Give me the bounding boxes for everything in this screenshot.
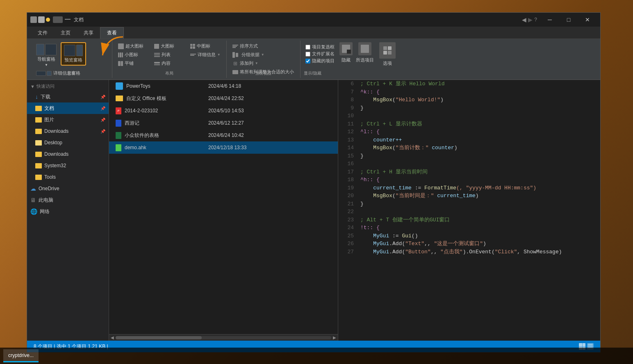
select-items-label: 所选项目: [356, 57, 374, 63]
file-item-xiyouji[interactable]: 西游记 2024/6/12 12:27: [109, 117, 338, 129]
quick-access-header[interactable]: ▼ 快速访问: [27, 82, 109, 91]
layout-group-label: 布局: [165, 71, 173, 76]
options-button-group[interactable]: 选项: [377, 42, 398, 66]
scrollbar-track[interactable]: [116, 336, 331, 339]
item-checkbox-option[interactable]: 项目复选框: [305, 44, 335, 50]
minimize-button[interactable]: ─: [540, 13, 559, 27]
window-icon-menu: [53, 16, 63, 23]
ribbon-group-current-view: 排序方式 分组依据 ▼ ⊞ 添加列 ▼ 将所有列调整为: [227, 41, 301, 78]
sidebar-item-downloads-pin[interactable]: ↓ 下载 📌: [27, 91, 109, 102]
file-item-pdf[interactable]: P 2014-2-023102 2024/5/10 14:53: [109, 105, 338, 117]
sidebar-item-system32[interactable]: System32: [27, 160, 109, 171]
sidebar-item-tools[interactable]: Tools: [27, 171, 109, 183]
preview-pane-label: 预览窗格: [64, 57, 82, 63]
downloads1-pin-icon: 📌: [100, 129, 105, 134]
sidebar-item-documents[interactable]: 文档 📌: [27, 102, 109, 114]
sidebar-item-pictures[interactable]: 图片 📌: [27, 114, 109, 125]
hide-icon: [339, 42, 353, 55]
powertoys-icon: [116, 82, 123, 90]
taskbar-item-cryptdrive[interactable]: cryptdrive...: [3, 349, 39, 362]
pdf-date: 2024/5/10 14:53: [208, 108, 290, 114]
item-checkbox-input[interactable]: [305, 45, 310, 50]
ahk-name: demo.ahk: [125, 145, 146, 150]
sort-button[interactable]: 排序方式: [230, 42, 297, 50]
title-bar: 文档 ◀ ▶ ? ─ □ ✕: [27, 13, 600, 27]
group-by-button[interactable]: 分组依据 ▼: [230, 51, 297, 59]
scroll-left-button[interactable]: ◀: [111, 335, 114, 340]
sidebar-thispc-label: 此电脑: [39, 197, 53, 204]
maximize-button[interactable]: □: [559, 13, 578, 27]
forward-nav-icon[interactable]: ▶: [528, 16, 533, 23]
ribbon-group-layout: 超大图标 大图标 中图标 小图标: [112, 41, 227, 78]
help-icon[interactable]: ?: [534, 17, 537, 23]
file-list: PowerToys 2024/4/6 14:18 自定义 Office 模板 2…: [109, 80, 338, 334]
sidebar-onedrive-label: OneDrive: [39, 186, 59, 191]
current-view-group-label: 当前视图: [255, 71, 271, 76]
code-line-6: 6 ; Ctrl + K 显示 Hello World: [338, 80, 600, 88]
downloads-pin-icon: ↓: [35, 93, 38, 100]
ribbon-group-show-hide: 项目复选框 文件扩展名 隐藏的项目 隐藏: [301, 41, 415, 78]
layout-list-button[interactable]: 列表: [152, 51, 187, 59]
code-line-11: 11 ; Ctrl + L 显示计数器: [338, 120, 600, 128]
hidden-items-input[interactable]: [305, 59, 310, 64]
documents-folder-icon: [35, 106, 42, 111]
code-line-19: 19 current_time := FormatTime(, "yyyy-MM…: [338, 184, 600, 192]
tools-folder-icon: [35, 175, 42, 180]
window-controls: ◀ ▶ ? ─ □ ✕: [522, 13, 597, 27]
close-button[interactable]: ✕: [578, 13, 597, 27]
quick-access-arrow: ▼: [30, 84, 35, 89]
code-line-20: 20 MsgBox("当前时间是：" current_time): [338, 192, 600, 200]
item-checkbox-label: 项目复选框: [312, 44, 335, 50]
code-line-18: 18 ^h:: {: [338, 176, 600, 184]
layout-xlarge-icon-button[interactable]: 超大图标: [116, 42, 151, 50]
file-item-powertoys[interactable]: PowerToys 2024/4/6 14:18: [109, 80, 338, 92]
sidebar-item-desktop[interactable]: Desktop: [27, 137, 109, 148]
sidebar-item-downloads1[interactable]: Downloads 📌: [27, 125, 109, 137]
options-label: 选项: [383, 60, 392, 66]
preview-pane-button[interactable]: 预览窗格: [61, 42, 86, 66]
excel-icon: [116, 132, 121, 139]
tab-view[interactable]: 查看: [100, 27, 124, 39]
code-line-25: 25 MyGui := Gui(): [338, 232, 600, 240]
file-item-office-templates[interactable]: 自定义 Office 模板 2024/4/24 22:52: [109, 92, 338, 105]
layout-large-icon-button[interactable]: 大图标: [152, 42, 187, 50]
sidebar-item-thispc[interactable]: 🖥 此电脑: [27, 194, 109, 206]
hide-button-group: 隐藏: [339, 42, 353, 63]
nav-pane-arrow: ▼: [45, 63, 48, 67]
sidebar-item-onedrive[interactable]: ☁ OneDrive: [27, 183, 109, 194]
scroll-right-button[interactable]: ▶: [333, 335, 336, 340]
sidebar-desktop-label: Desktop: [44, 140, 62, 146]
layout-medium-icon-button[interactable]: 中图标: [188, 42, 223, 50]
ribbon-toolbar: 导航窗格 ▼ 预览窗格 详细信息窗格: [27, 39, 600, 80]
powertoys-name: PowerToys: [126, 83, 150, 89]
sidebar-item-network[interactable]: 🌐 网络: [27, 206, 109, 217]
tab-home[interactable]: 主页: [54, 27, 77, 39]
layout-tile-button[interactable]: 平铺: [116, 59, 151, 67]
horizontal-scrollbar[interactable]: ◀ ▶: [109, 334, 338, 341]
office-templates-folder-icon: [116, 96, 123, 101]
window-icon-save: [38, 16, 45, 23]
panes-group-label: 窗格: [67, 71, 75, 76]
file-ext-option[interactable]: 文件扩展名: [305, 51, 335, 57]
layout-detail-button[interactable]: 详细信息 ▼: [188, 51, 223, 59]
sidebar-network-label: 网络: [40, 208, 50, 215]
nav-pane-button[interactable]: 导航窗格 ▼: [34, 42, 59, 68]
sidebar-item-downloads2[interactable]: Downloads: [27, 148, 109, 160]
file-area-container: PowerToys 2024/4/6 14:18 自定义 Office 模板 2…: [109, 80, 338, 341]
scrollbar-thumb[interactable]: [116, 336, 202, 339]
tab-file[interactable]: 文件: [31, 27, 54, 39]
add-column-button[interactable]: ⊞ 添加列 ▼: [230, 59, 297, 67]
network-icon: 🌐: [30, 208, 37, 215]
code-line-21: 21 }: [338, 200, 600, 208]
back-nav-icon[interactable]: ◀: [522, 16, 526, 23]
file-ext-input[interactable]: [305, 52, 310, 57]
excel-date: 2024/6/24 10:42: [208, 132, 290, 138]
file-item-demo-ahk[interactable]: demo.ahk 2024/12/18 13:33: [109, 141, 338, 154]
hidden-items-option[interactable]: 隐藏的项目: [305, 58, 335, 64]
file-item-excel[interactable]: 小众软件的表格 2024/6/24 10:42: [109, 129, 338, 141]
sidebar-system32-label: System32: [44, 163, 66, 168]
ribbon-group-panes: 导航窗格 ▼ 预览窗格 详细信息窗格: [30, 41, 112, 78]
layout-small-icon-button[interactable]: 小图标: [116, 51, 151, 59]
layout-content-button[interactable]: 内容: [152, 59, 187, 67]
tab-share[interactable]: 共享: [77, 27, 100, 39]
